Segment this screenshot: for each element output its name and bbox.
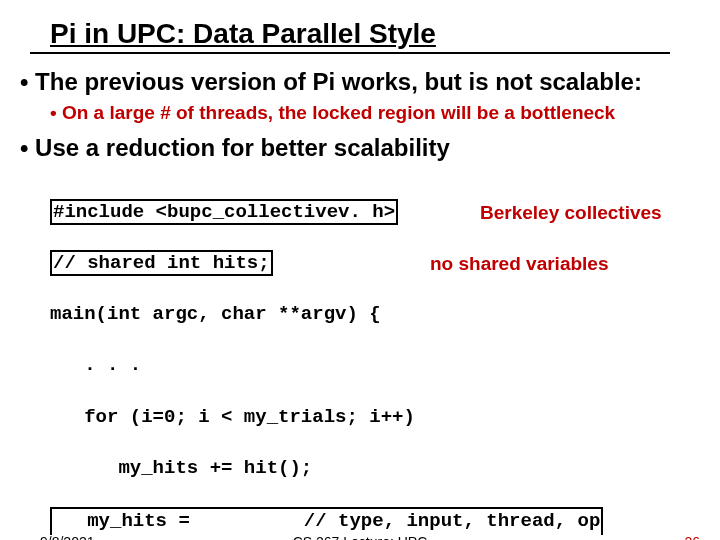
code-shared-box: // shared int hits;: [50, 250, 273, 276]
bullet-1-sub: On a large # of threads, the locked regi…: [50, 102, 700, 124]
code-line: my_hits += hit();: [50, 456, 700, 482]
bullet-2: Use a reduction for better scalability: [20, 134, 700, 162]
bullet-1: The previous version of Pi works, but is…: [20, 68, 700, 96]
bullet-block: The previous version of Pi works, but is…: [0, 54, 720, 162]
slide-title: Pi in UPC: Data Parallel Style: [50, 18, 436, 50]
code-line: main(int argc, char **argv) {: [50, 302, 700, 328]
annot-noshared: no shared variables: [430, 251, 608, 277]
annot-berkeley: Berkeley collectives: [480, 200, 662, 226]
code-reduce-line1: my_hits = // type, input, thread, op: [50, 507, 603, 535]
footer-title: CS 267 Lecture: UPC: [0, 534, 720, 540]
code-line: . . .: [50, 353, 700, 379]
footer-page: 26: [684, 534, 700, 540]
code-line: for (i=0; i < my_trials; i++): [50, 405, 700, 431]
code-block: #include <bupc_collectivev. h>Berkeley c…: [0, 168, 720, 540]
code-include-box: #include <bupc_collectivev. h>: [50, 199, 398, 225]
